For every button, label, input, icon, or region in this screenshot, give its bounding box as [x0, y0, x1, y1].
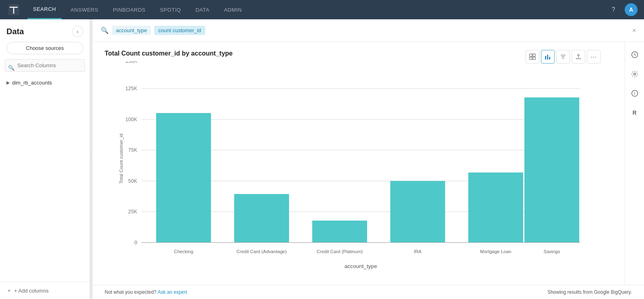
nav-pinboards[interactable]: PINBOARDS	[107, 0, 151, 19]
add-columns-button[interactable]: ＋ + Add columns	[0, 282, 90, 299]
help-button[interactable]: ?	[607, 3, 620, 16]
svg-text:0: 0	[134, 240, 137, 245]
left-sidebar: Data ‹ Choose sources 🔍 ▶ dim_rb_account…	[0, 19, 90, 299]
results-source: Showing results from Google BigQuery.	[547, 289, 632, 295]
choose-sources-button[interactable]: Choose sources	[6, 42, 83, 54]
svg-rect-28	[156, 113, 211, 243]
search-clear-button[interactable]: ×	[632, 27, 636, 34]
not-expected-section: Not what you expected? Ask an expert	[105, 289, 187, 295]
user-avatar[interactable]: A	[625, 3, 638, 16]
share-button[interactable]	[572, 50, 585, 64]
svg-text:100K: 100K	[125, 117, 137, 122]
chart-container: Total Count customer_id by account_type	[93, 42, 625, 285]
sidebar-header: Data ‹	[0, 19, 90, 42]
nav-search[interactable]: SEARCH	[27, 0, 62, 19]
svg-rect-7	[545, 56, 546, 60]
nav-data[interactable]: DATA	[190, 0, 215, 19]
chart-toolbar: ···	[526, 50, 601, 64]
search-columns-input[interactable]	[5, 59, 85, 72]
search-tag-account-type[interactable]: account_type	[112, 26, 151, 35]
tree-item-label: dim_rb_accounts	[12, 80, 52, 86]
table-view-button[interactable]	[526, 50, 539, 64]
add-columns-label: + Add columns	[14, 288, 49, 294]
svg-rect-38	[524, 97, 579, 243]
content-footer: Not what you expected? Ask an expert Sho…	[93, 285, 644, 299]
r-label: R	[632, 109, 636, 116]
nav-admin[interactable]: ADMIN	[218, 0, 247, 19]
svg-text:Checking: Checking	[174, 249, 193, 254]
svg-text:150K: 150K	[125, 61, 137, 64]
svg-text:125K: 125K	[125, 86, 137, 91]
svg-text:account_type: account_type	[345, 263, 377, 269]
svg-text:Total Count customer_id: Total Count customer_id	[119, 134, 124, 184]
svg-rect-6	[533, 57, 535, 60]
logo	[6, 2, 21, 17]
svg-rect-34	[390, 181, 445, 243]
svg-text:Credit Card (Advantage): Credit Card (Advantage)	[237, 249, 287, 254]
search-columns-icon: 🔍	[8, 64, 14, 70]
svg-text:25K: 25K	[128, 209, 137, 214]
settings-icon[interactable]	[628, 68, 641, 80]
add-columns-icon: ＋	[6, 287, 12, 294]
filter-button[interactable]	[556, 50, 570, 64]
nav-answers[interactable]: ANSWERS	[65, 0, 104, 19]
ask-expert-link[interactable]: Ask an expert	[157, 289, 187, 295]
svg-text:Savings: Savings	[543, 249, 560, 254]
more-options-button[interactable]: ···	[587, 50, 601, 64]
svg-text:IRA: IRA	[414, 249, 422, 254]
nav-right: ? A	[607, 3, 638, 16]
sidebar-tree: ▶ dim_rb_accounts	[0, 76, 90, 282]
search-icon: 🔍	[101, 27, 109, 34]
svg-rect-3	[530, 54, 532, 56]
svg-rect-8	[547, 55, 548, 60]
svg-rect-4	[533, 54, 535, 56]
chart-svg: 0 25K 50K 75K 100K	[105, 61, 613, 272]
sidebar-title: Data	[6, 27, 24, 36]
tree-item-dim-rb-accounts[interactable]: ▶ dim_rb_accounts	[5, 77, 85, 88]
svg-text:50K: 50K	[128, 178, 137, 184]
svg-rect-36	[468, 173, 523, 243]
search-columns-wrap: 🔍	[0, 59, 90, 76]
sidebar-collapse-button[interactable]: ‹	[72, 26, 83, 37]
svg-text:75K: 75K	[128, 147, 137, 153]
search-bar: 🔍 account_type count customer_id ×	[93, 19, 644, 42]
svg-point-42	[634, 73, 636, 75]
svg-text:i: i	[634, 91, 635, 96]
svg-rect-9	[549, 57, 550, 60]
svg-rect-30	[234, 194, 289, 243]
svg-rect-5	[530, 57, 532, 60]
tree-arrow: ▶	[6, 80, 10, 85]
svg-text:Mortgage Loan: Mortgage Loan	[480, 249, 511, 254]
bar-chart-button[interactable]	[541, 50, 555, 64]
search-tag-count[interactable]: count customer_id	[154, 26, 205, 35]
top-nav: SEARCH ANSWERS PINBOARDS SPOTIQ DATA ADM…	[0, 0, 644, 19]
chart-config-icon[interactable]	[628, 48, 641, 61]
svg-text:Credit Card (Platinum): Credit Card (Platinum)	[317, 249, 363, 254]
svg-rect-32	[312, 221, 367, 242]
main-layout: Data ‹ Choose sources 🔍 ▶ dim_rb_account…	[0, 19, 644, 299]
nav-spotiq[interactable]: SPOTIQ	[155, 0, 187, 19]
content-area: 🔍 account_type count customer_id × Total…	[93, 19, 644, 299]
info-icon[interactable]: i	[628, 87, 641, 100]
not-expected-text: Not what you expected?	[105, 289, 157, 295]
r-icon[interactable]: R	[628, 106, 641, 119]
right-panel: i R	[625, 42, 644, 285]
